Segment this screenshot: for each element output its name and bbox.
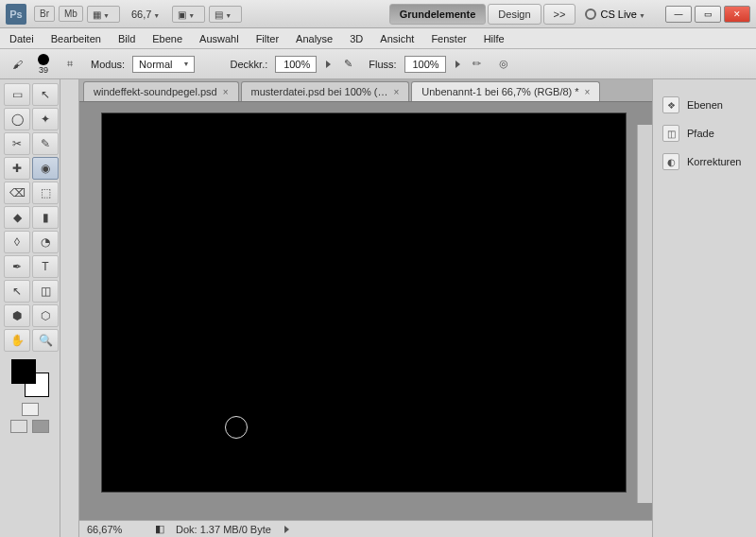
brush-cursor xyxy=(225,416,248,439)
color-swatches[interactable] xyxy=(11,359,49,397)
extras-button[interactable]: ▤ xyxy=(209,6,242,23)
tool-lasso[interactable]: ◯ xyxy=(4,108,30,130)
doc-tab-1[interactable]: musterdatei.psd bei 100% (… × xyxy=(241,81,410,101)
flow-label: Fluss: xyxy=(369,59,396,70)
tool-3d[interactable]: ⬢ xyxy=(4,304,30,327)
tool-type[interactable]: T xyxy=(32,255,59,278)
tab-label: musterdatei.psd bei 100% (… xyxy=(251,86,388,97)
status-bar: 66,67% ◧ Dok: 1.37 MB/0 Byte xyxy=(79,520,652,537)
tool-wand[interactable]: ✦ xyxy=(32,108,59,130)
maximize-button[interactable]: ▭ xyxy=(695,6,721,23)
status-flyout[interactable] xyxy=(284,526,289,533)
document-canvas[interactable] xyxy=(102,113,626,492)
tool-eraser[interactable]: ◆ xyxy=(4,206,30,229)
tablet-pressure-icon[interactable]: ◎ xyxy=(494,55,513,74)
menu-auswahl[interactable]: Auswahl xyxy=(199,33,239,44)
screenmode-standard[interactable] xyxy=(10,420,27,433)
tool-blur[interactable]: ◊ xyxy=(4,231,30,253)
blend-mode-select[interactable]: Normal xyxy=(132,56,194,73)
status-zoom[interactable]: 66,67% xyxy=(87,524,144,535)
tools-panel: ▭ ↖ ◯ ✦ ✂ ✎ ✚ ◉ ⌫ ⬚ ◆ ▮ ◊ ◔ ✒ T ↖ ◫ ⬢ ⬡ … xyxy=(0,79,60,537)
tool-zoom[interactable]: 🔍 xyxy=(32,329,59,352)
minimize-button[interactable]: — xyxy=(665,6,692,23)
canvas-area[interactable] xyxy=(79,102,652,520)
adjustments-icon: ◐ xyxy=(662,153,679,170)
menu-ebene[interactable]: Ebene xyxy=(152,33,182,44)
app-logo: Ps xyxy=(6,4,26,25)
menu-analyse[interactable]: Analyse xyxy=(296,33,333,44)
flow-input[interactable]: 100% xyxy=(404,56,446,73)
close-button[interactable]: ✕ xyxy=(724,6,750,23)
doc-tab-0[interactable]: windeffekt-soundpegel.psd × xyxy=(83,81,239,101)
collapsed-panel-strip xyxy=(60,79,79,537)
menu-hilfe[interactable]: Hilfe xyxy=(484,33,505,44)
panel-label: Pfade xyxy=(687,128,714,139)
arrange-docs-button[interactable]: ▦ xyxy=(87,6,120,23)
tool-healing[interactable]: ✚ xyxy=(4,157,30,180)
menu-bild[interactable]: Bild xyxy=(118,33,135,44)
cslive-label: CS Live xyxy=(600,9,637,20)
panel-ebenen[interactable]: ❖ Ebenen xyxy=(659,91,750,119)
tab-close-icon[interactable]: × xyxy=(393,87,399,97)
tool-hand[interactable]: ✋ xyxy=(4,329,30,352)
tool-pen[interactable]: ✒ xyxy=(4,255,30,278)
status-doc-icon[interactable]: ◧ xyxy=(155,523,164,535)
menu-ansicht[interactable]: Ansicht xyxy=(380,33,414,44)
tool-eyedropper[interactable]: ✎ xyxy=(32,132,59,155)
screenmode-full[interactable] xyxy=(32,420,49,433)
tool-dodge[interactable]: ◔ xyxy=(32,231,59,253)
tab-label: windeffekt-soundpegel.psd xyxy=(94,86,217,97)
tool-marquee[interactable]: ▭ xyxy=(4,83,30,106)
screen-mode-button[interactable]: ▣ xyxy=(172,6,205,23)
doc-tab-2[interactable]: Unbenannt-1 bei 66,7% (RGB/8) * × xyxy=(411,81,600,101)
tool-history-brush[interactable]: ⬚ xyxy=(32,182,59,204)
opacity-input[interactable]: 100% xyxy=(275,56,317,73)
tool-path-select[interactable]: ↖ xyxy=(4,280,30,303)
tool-move[interactable]: ↖ xyxy=(32,83,59,106)
right-panel-dock: ❖ Ebenen ◫ Pfade ◐ Korrekturen xyxy=(652,79,756,537)
tool-gradient[interactable]: ▮ xyxy=(32,206,59,229)
tool-shape[interactable]: ◫ xyxy=(32,280,59,303)
workspace-more[interactable]: >> xyxy=(543,4,576,25)
tab-label: Unbenannt-1 bei 66,7% (RGB/8) * xyxy=(421,86,578,97)
panel-label: Korrekturen xyxy=(687,156,741,167)
airbrush-icon[interactable]: ✏ xyxy=(468,55,487,74)
tool-3d-camera[interactable]: ⬡ xyxy=(32,304,59,327)
paths-icon: ◫ xyxy=(662,125,679,142)
cslive-icon xyxy=(585,9,596,20)
tab-close-icon[interactable]: × xyxy=(585,87,591,97)
layers-icon: ❖ xyxy=(662,96,679,113)
quickmask-toggle[interactable] xyxy=(22,403,39,416)
menu-datei[interactable]: Datei xyxy=(9,33,34,44)
brush-preset-picker[interactable]: 39 xyxy=(38,54,49,75)
foreground-swatch[interactable] xyxy=(11,359,36,384)
menu-filter[interactable]: Filter xyxy=(256,33,279,44)
bridge-button[interactable]: Br xyxy=(34,6,55,22)
brush-tool-icon: 🖌 xyxy=(8,55,26,74)
opacity-pressure-icon[interactable]: ✎ xyxy=(338,55,357,74)
tool-stamp[interactable]: ⌫ xyxy=(4,182,30,204)
cs-live-button[interactable]: CS Live xyxy=(585,9,650,20)
flow-flyout[interactable] xyxy=(455,61,460,68)
brush-panel-toggle[interactable]: ⌗ xyxy=(60,55,79,74)
brush-size-label: 39 xyxy=(39,65,48,75)
status-doc-size: Dok: 1.37 MB/0 Byte xyxy=(176,524,271,535)
document-tabbar: windeffekt-soundpegel.psd × musterdatei.… xyxy=(79,79,652,102)
mode-label: Modus: xyxy=(91,59,125,70)
menu-fenster[interactable]: Fenster xyxy=(431,33,466,44)
brush-preview-dot xyxy=(38,54,49,65)
opacity-flyout[interactable] xyxy=(326,61,331,68)
tab-close-icon[interactable]: × xyxy=(223,87,229,97)
panel-label: Ebenen xyxy=(687,99,723,111)
workspace-design[interactable]: Design xyxy=(488,4,541,25)
menu-3d[interactable]: 3D xyxy=(350,33,363,44)
panel-korrekturen[interactable]: ◐ Korrekturen xyxy=(659,147,750,176)
tool-crop[interactable]: ✂ xyxy=(4,132,30,155)
panel-pfade[interactable]: ◫ Pfade xyxy=(659,119,750,147)
vertical-scrollbar[interactable] xyxy=(637,125,652,503)
workspace-grundelemente[interactable]: Grundelemente xyxy=(389,4,487,25)
zoom-display[interactable]: 66,7 xyxy=(131,9,164,20)
tool-brush[interactable]: ◉ xyxy=(32,157,59,180)
menu-bearbeiten[interactable]: Bearbeiten xyxy=(51,33,101,44)
minibridge-button[interactable]: Mb xyxy=(59,6,83,22)
